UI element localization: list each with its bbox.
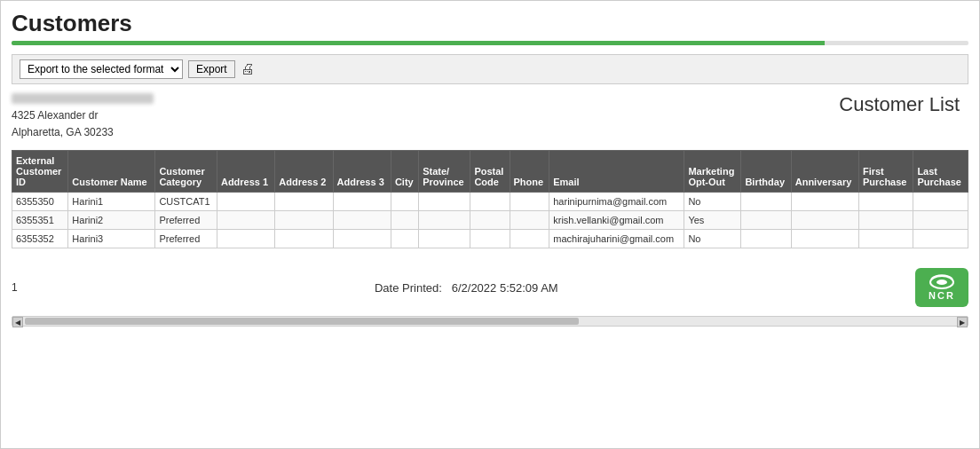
table-cell: Harini2	[68, 211, 155, 230]
table-row: 6355350Harini1CUSTCAT1harinipurnima@gmai…	[12, 193, 968, 211]
table-cell	[333, 211, 391, 230]
table-cell	[217, 211, 274, 230]
table-cell: krish.vellanki@gmail.com	[549, 211, 684, 230]
table-cell	[391, 193, 418, 211]
footer: 1 Date Printed: 6/2/2022 5:52:09 AM NCR	[12, 263, 968, 312]
col-city: City	[391, 151, 418, 193]
col-external-customer-id: ExternalCustomerID	[12, 151, 68, 193]
table-cell	[858, 193, 913, 211]
table-cell: Yes	[684, 211, 741, 230]
horizontal-scrollbar[interactable]: ◀ ▶	[12, 316, 968, 327]
table-cell: machirajuharini@gmail.com	[549, 230, 684, 248]
address-line1: 4325 Alexander dr	[12, 107, 839, 124]
table-cell: harinipurnima@gmail.com	[549, 193, 684, 211]
col-birthday: Birthday	[741, 151, 791, 193]
table-cell	[913, 193, 968, 211]
col-phone: Phone	[510, 151, 549, 193]
date-printed-value: 6/2/2022 5:52:09 AM	[452, 281, 558, 295]
col-anniversary: Anniversary	[791, 151, 858, 193]
scrollbar-left-arrow[interactable]: ◀	[12, 317, 23, 327]
table-row: 6355352Harini3Preferredmachirajuharini@g…	[12, 230, 968, 248]
col-marketing-opt-out: MarketingOpt-Out	[684, 151, 741, 193]
company-address: 4325 Alexander dr Alpharetta, GA 30233	[12, 107, 839, 141]
table-cell: Preferred	[155, 211, 217, 230]
table-cell	[510, 230, 549, 248]
export-format-select[interactable]: Export to the selected formatPDFExcelCSV	[20, 59, 183, 79]
table-cell	[510, 193, 549, 211]
table-cell: No	[684, 193, 741, 211]
col-address1: Address 1	[217, 151, 274, 193]
table-cell: No	[684, 230, 741, 248]
table-row: 6355351Harini2Preferredkrish.vellanki@gm…	[12, 211, 968, 230]
table-cell	[858, 230, 913, 248]
table-cell: Harini3	[68, 230, 155, 248]
table-cell	[858, 211, 913, 230]
table-cell	[275, 193, 333, 211]
address-line2: Alpharetta, GA 30233	[12, 124, 839, 141]
svg-point-1	[937, 280, 947, 285]
table-cell: 6355351	[12, 211, 68, 230]
table-cell	[391, 230, 418, 248]
table-cell	[470, 193, 510, 211]
table-cell	[333, 193, 391, 211]
table-cell: Harini1	[68, 193, 155, 211]
table-cell	[419, 211, 470, 230]
page-number: 1	[12, 281, 18, 294]
ncr-logo: NCR	[915, 268, 968, 307]
table-cell: Preferred	[155, 230, 217, 248]
table-cell	[391, 211, 418, 230]
table-cell	[741, 230, 791, 248]
table-cell	[217, 193, 274, 211]
table-cell	[275, 211, 333, 230]
table-cell: CUSTCAT1	[155, 193, 217, 211]
print-icon[interactable]: 🖨	[241, 61, 255, 77]
export-button[interactable]: Export	[188, 60, 235, 78]
table-cell: 6355352	[12, 230, 68, 248]
company-info-section: 4325 Alexander dr Alpharetta, GA 30233	[12, 93, 839, 141]
scrollbar-thumb[interactable]	[25, 318, 579, 325]
green-accent-bar	[12, 41, 968, 45]
content-header: 4325 Alexander dr Alpharetta, GA 30233 C…	[12, 93, 968, 141]
table-cell	[275, 230, 333, 248]
ncr-text: NCR	[929, 290, 955, 301]
col-customer-category: CustomerCategory	[155, 151, 217, 193]
table-cell	[913, 211, 968, 230]
col-email: Email	[549, 151, 684, 193]
col-customer-name: Customer Name	[68, 151, 155, 193]
table-cell	[913, 230, 968, 248]
col-address2: Address 2	[275, 151, 333, 193]
table-cell	[419, 230, 470, 248]
col-first-purchase: FirstPurchase	[858, 151, 913, 193]
table-cell	[470, 211, 510, 230]
ncr-logo-icon	[929, 274, 955, 290]
table-cell	[741, 193, 791, 211]
table-cell	[419, 193, 470, 211]
col-last-purchase: LastPurchase	[913, 151, 968, 193]
table-cell	[741, 211, 791, 230]
table-cell	[470, 230, 510, 248]
table-cell	[791, 193, 858, 211]
scrollbar-right-arrow[interactable]: ▶	[957, 317, 968, 327]
date-printed: Date Printed: 6/2/2022 5:52:09 AM	[375, 281, 558, 295]
page-title: Customers	[12, 10, 968, 37]
table-cell	[333, 230, 391, 248]
table-cell	[791, 230, 858, 248]
report-title: Customer List	[839, 93, 968, 116]
table-cell	[510, 211, 549, 230]
table-cell: 6355350	[12, 193, 68, 211]
toolbar: Export to the selected formatPDFExcelCSV…	[12, 54, 968, 84]
col-state: State/Province	[419, 151, 470, 193]
page-container: Customers Export to the selected formatP…	[0, 0, 980, 449]
company-name-blurred	[12, 93, 154, 104]
customers-table: ExternalCustomerID Customer Name Custome…	[12, 150, 968, 248]
date-printed-label: Date Printed:	[375, 281, 442, 295]
col-address3: Address 3	[333, 151, 391, 193]
ncr-logo-inner: NCR	[929, 274, 955, 301]
table-cell	[791, 211, 858, 230]
table-header-row: ExternalCustomerID Customer Name Custome…	[12, 151, 968, 193]
col-postal-code: PostalCode	[470, 151, 510, 193]
table-cell	[217, 230, 274, 248]
